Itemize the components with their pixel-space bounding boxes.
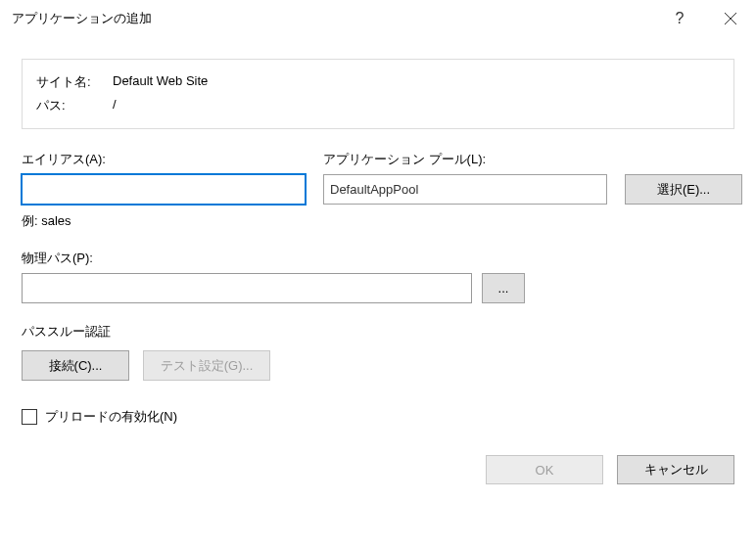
- help-button[interactable]: ?: [654, 0, 705, 37]
- dialog-title: アプリケーションの追加: [12, 10, 654, 27]
- dialog-content: サイト名: Default Web Site パス: / エイリアス(A): ア…: [0, 37, 756, 426]
- physical-path-inputs: ...: [22, 273, 734, 303]
- connect-button[interactable]: 接続(C)...: [22, 350, 129, 381]
- alias-column: エイリアス(A):: [22, 151, 306, 205]
- site-name-label: サイト名:: [36, 73, 113, 91]
- preload-row[interactable]: プリロードの有効化(N): [22, 408, 734, 426]
- alias-hint: 例: sales: [22, 212, 734, 230]
- site-name-value: Default Web Site: [113, 73, 208, 91]
- physical-path-input[interactable]: [22, 273, 472, 303]
- site-name-row: サイト名: Default Web Site: [36, 73, 720, 91]
- titlebar: アプリケーションの追加 ?: [0, 0, 756, 37]
- apppool-value: DefaultAppPool: [323, 174, 607, 205]
- ellipsis-icon: ...: [498, 281, 509, 296]
- preload-label: プリロードの有効化(N): [45, 408, 177, 426]
- test-settings-button: テスト設定(G)...: [143, 350, 270, 381]
- dialog-button-bar: OK キャンセル: [0, 455, 756, 484]
- apppool-column: アプリケーション プール(L): DefaultAppPool: [323, 151, 607, 205]
- alias-label: エイリアス(A):: [22, 151, 306, 168]
- site-info-panel: サイト名: Default Web Site パス: /: [22, 59, 734, 129]
- cancel-button[interactable]: キャンセル: [617, 455, 734, 484]
- ok-button: OK: [486, 455, 603, 484]
- path-row: パス: /: [36, 97, 720, 114]
- select-apppool-button[interactable]: 選択(E)...: [625, 174, 742, 205]
- apppool-label: アプリケーション プール(L):: [323, 151, 607, 168]
- path-value: /: [113, 97, 117, 114]
- browse-button[interactable]: ...: [482, 273, 525, 303]
- physical-path-section: 物理パス(P): ...: [22, 250, 734, 303]
- alias-input[interactable]: [22, 174, 306, 205]
- help-icon: ?: [676, 10, 685, 27]
- close-icon: [724, 12, 737, 25]
- physical-path-label: 物理パス(P):: [22, 250, 734, 267]
- path-label: パス:: [36, 97, 113, 114]
- preload-checkbox[interactable]: [22, 409, 37, 425]
- close-button[interactable]: [705, 0, 756, 37]
- auth-buttons-row: 接続(C)... テスト設定(G)...: [22, 350, 734, 381]
- passthrough-auth-label: パススルー認証: [22, 323, 734, 341]
- alias-pool-row: エイリアス(A): アプリケーション プール(L): DefaultAppPoo…: [22, 151, 734, 205]
- select-column: 選択(E)...: [625, 174, 742, 205]
